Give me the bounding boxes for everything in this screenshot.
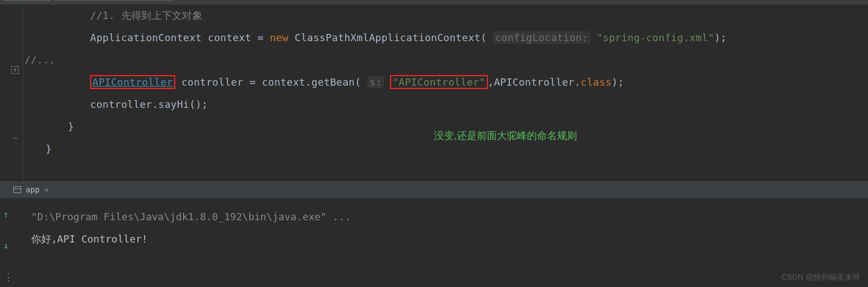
brace: } [68,121,74,132]
keyword-new: new [270,32,288,43]
annotation-text: 没变,还是前面大驼峰的命名规则 [434,129,577,142]
console-output: 你好,API Controller! [31,228,868,250]
code-text: ); [611,76,624,88]
code-line[interactable]: APIController controller = context.getBe… [23,71,868,93]
code-text: ApplicationContext context = [90,32,270,43]
code-text: ,APIController. [488,76,581,88]
param-hint: s: [367,76,384,88]
brace: } [46,143,52,155]
code-text: controller = context.getBean( [175,76,367,88]
code-editor[interactable]: + − //1. 先得到上下文对象 ApplicationContext con… [0,4,868,180]
editor-tabs-strip: p.java × C APIController.java × [0,0,868,4]
string-literal: "APIController" [392,76,485,88]
tab-file-2[interactable]: C APIController.java × [55,0,172,1]
console-toolbar: ↑ ↓ ⋮ [3,204,13,287]
highlight-box-type: APIController [90,75,175,89]
highlight-box-string: "APIController" [390,75,487,89]
class-reference[interactable]: APIController [92,76,173,88]
console-panel[interactable]: ↑ ↓ ⋮ "D:\Program Files\Java\jdk1.8.0_19… [0,198,868,287]
code-text: controller.sayHi(); [90,98,208,110]
tab-file-1[interactable]: p.java × [3,0,51,1]
fold-placeholder: //... [24,54,56,66]
overflow-icon[interactable]: ⋮ [3,266,13,287]
arrow-down-icon[interactable]: ↓ [3,235,13,257]
string-literal: "spring-config.xml" [596,32,714,43]
comment-text: //1. 先得到上下文对象 [90,9,203,21]
watermark: CSDN @快到锅里来呀 [781,273,860,283]
code-line[interactable]: controller.sayHi(); [23,93,868,116]
param-hint: configLocation: [493,31,590,44]
fold-expand-icon[interactable]: + [11,66,19,74]
code-line-folded[interactable]: //... [23,49,868,71]
window-icon [13,186,21,193]
code-line[interactable]: ApplicationContext context = new ClassPa… [23,27,868,49]
arrow-up-icon[interactable]: ↑ [3,204,13,226]
gutter: + − [0,4,23,180]
keyword-class: class [581,76,612,88]
fold-collapse-icon[interactable]: − [11,133,19,141]
tool-window-tab-label[interactable]: app [26,185,40,194]
code-text: ); [714,32,727,43]
tool-window-tabstrip: app × [0,180,868,198]
code-line[interactable]: //1. 先得到上下文对象 [23,4,868,27]
console-command: "D:\Program Files\Java\jdk1.8.0_192\bin\… [31,206,868,228]
code-text: ClassPathXmlApplicationContext( [288,32,493,43]
close-icon[interactable]: × [44,185,48,194]
